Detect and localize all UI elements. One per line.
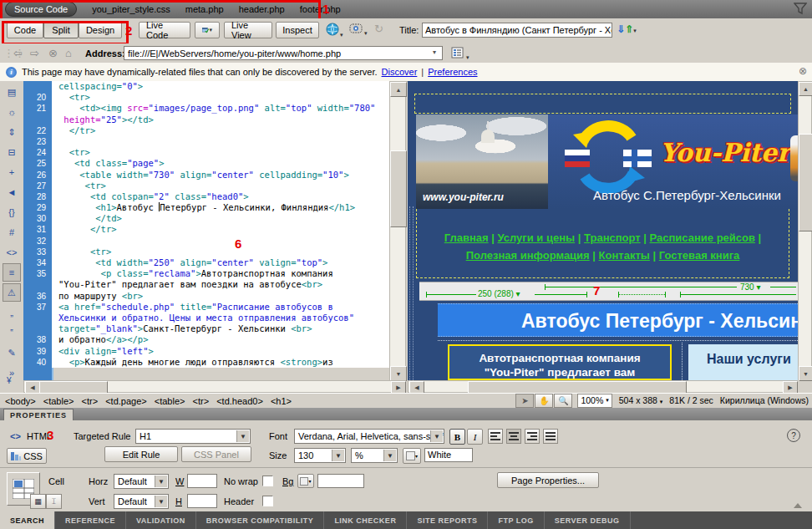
design-scroll-right-icon[interactable]: ▶ (783, 381, 798, 394)
design-view-button[interactable]: Design (79, 22, 122, 38)
filter-related-files-icon[interactable] (794, 3, 807, 15)
code-editor[interactable]: cellspacing="0">20 <tr>21 <td><img src="… (23, 81, 389, 380)
line-numbers-icon[interactable]: # (3, 223, 21, 242)
edit-rule-button[interactable]: Edit Rule (104, 446, 178, 462)
align-left-icon[interactable] (488, 429, 503, 444)
tag-selector-item[interactable]: <td.head0> (216, 396, 266, 406)
window-size-dropdown[interactable]: 504 x 388 ▾ (619, 395, 663, 405)
address-dropdown-icon[interactable]: ▾ (433, 48, 436, 56)
code-scroll-left-icon[interactable]: ◀ (25, 381, 40, 394)
related-file-tab[interactable]: meta.php (185, 4, 224, 14)
tag-selector-item[interactable]: <body> (5, 396, 38, 406)
preferences-link[interactable]: Preferences (428, 67, 477, 77)
design-scroll-left-icon[interactable]: ◀ (409, 381, 424, 394)
menu-link[interactable]: Главная (444, 231, 489, 244)
preview-in-browser-icon[interactable]: ▾ (326, 23, 343, 42)
document-title-input[interactable]: Автобус в Финляндию (Санкт Петербург - Х… (422, 23, 612, 38)
syntax-error-alerts-icon[interactable]: ⚠ (3, 283, 21, 302)
tag-selector-item[interactable]: <td.page> (105, 396, 150, 406)
cell-height-input[interactable] (187, 494, 217, 508)
code-scroll-up-icon[interactable]: ▲ (390, 82, 407, 97)
related-file-tab[interactable]: header.php (239, 4, 285, 14)
merge-cells-icon[interactable]: ▦ (30, 494, 46, 509)
menu-link[interactable]: Транспорт (584, 231, 641, 244)
menu-link[interactable]: Полезная информация (466, 249, 590, 262)
hand-tool-icon[interactable]: ✋ (535, 394, 553, 408)
bg-color-input[interactable] (317, 474, 364, 488)
tag-selector-item[interactable]: <table> (43, 396, 77, 406)
table-width-label[interactable]: 730 ▾ (738, 282, 763, 292)
file-management-icon[interactable]: ⇓⇑▾ (617, 23, 637, 38)
stop-icon[interactable]: ⊗ (48, 47, 58, 59)
address-input[interactable]: file:///E|/WebServers/home/you-piter/www… (124, 46, 443, 60)
split-cell-icon[interactable]: ⌶ (46, 494, 62, 509)
discover-link[interactable]: Discover (382, 67, 418, 77)
align-justify-icon[interactable] (543, 429, 558, 444)
code-hscroll-thumb[interactable] (39, 381, 108, 394)
visual-aids-icon[interactable]: ▾ (349, 23, 368, 40)
css-mode-button[interactable]: CSS (7, 448, 47, 464)
results-tab-validation[interactable]: VALIDATION (126, 511, 196, 529)
forward-icon[interactable]: ⇨ (30, 47, 39, 59)
results-tab-ftp-log[interactable]: FTP LOG (488, 511, 544, 529)
select-parent-tag-icon[interactable]: ◄ (3, 183, 21, 201)
highlight-invalid-code-icon[interactable]: <> (3, 243, 21, 262)
live-view-options-icon[interactable]: ▾ (451, 47, 469, 61)
code-vertical-scrollbar[interactable] (389, 81, 406, 380)
menu-link[interactable]: Услуги и цены (498, 231, 576, 244)
size-unit-dropdown[interactable]: %▼ (351, 448, 398, 463)
css-panel-button[interactable]: CSS Panel (181, 446, 251, 462)
help-icon[interactable]: ? (787, 429, 800, 442)
menu-link[interactable]: Гостевая книга (659, 249, 740, 262)
word-wrap-icon[interactable]: ≡ (3, 263, 21, 282)
refresh-design-view-icon[interactable]: ↻ (374, 23, 383, 36)
more-icon[interactable]: » (3, 364, 21, 382)
design-view[interactable]: You-Piter Автобус С.Петербург-Хельсинки … (408, 81, 798, 380)
magnification-dropdown[interactable]: 100% ▾ (577, 394, 612, 408)
bg-color-swatch[interactable]: ▾ (297, 474, 314, 488)
italic-button[interactable]: I (467, 429, 483, 445)
design-hscroll-thumb[interactable] (468, 381, 687, 394)
page-properties-button[interactable]: Page Properties... (497, 472, 599, 488)
live-code-button[interactable]: Live Code (139, 22, 190, 38)
design-scroll-down-icon[interactable]: ▼ (799, 366, 812, 381)
code-view-button[interactable]: Code (7, 22, 43, 38)
related-file-tab[interactable]: footer.php (300, 4, 341, 14)
results-tab-search[interactable]: SEARCH (0, 511, 55, 529)
remove-comment-icon[interactable]: ‟ (3, 323, 21, 342)
code-vscroll-thumb[interactable] (390, 150, 407, 227)
collapse-selection-icon[interactable]: ⊟ (3, 143, 21, 161)
live-view-button[interactable]: Live View (224, 22, 272, 38)
text-color-swatch[interactable]: ▾ (403, 448, 421, 464)
results-tab-browser-compatibility[interactable]: BROWSER COMPATIBILITY (196, 511, 325, 529)
collapse-panel-icon[interactable] (794, 503, 802, 508)
design-scroll-up-icon[interactable]: ▲ (799, 82, 812, 96)
split-view-button[interactable]: Split (43, 22, 79, 38)
align-center-icon[interactable] (506, 429, 521, 444)
menu-link[interactable]: Расписание рейсов (650, 231, 755, 244)
results-tab-site-reports[interactable]: SITE REPORTS (407, 511, 488, 529)
column-width-label[interactable]: 250 (288) ▾ (476, 289, 522, 298)
tag-selector-item[interactable]: <tr> (193, 396, 212, 406)
select-tool-icon[interactable]: ➤ (515, 394, 534, 408)
back-icon[interactable]: ⇦ (13, 47, 23, 59)
color-value-input[interactable]: White (424, 448, 473, 462)
vert-dropdown[interactable]: Default▼ (114, 494, 169, 509)
bold-button[interactable]: B (449, 429, 465, 445)
related-file-tab[interactable]: you_piter_style.css (92, 4, 170, 14)
horz-dropdown[interactable]: Default▼ (114, 474, 169, 489)
font-dropdown[interactable]: Verdana, Arial, Helvetica, sans-serif▼ (294, 429, 444, 444)
table-width-bar[interactable]: 730 ▾ 250 (288) ▾ (419, 282, 798, 301)
collapse-full-tag-icon[interactable]: ⇕ (3, 123, 21, 141)
results-tab-server-debug[interactable]: SERVER DEBUG (545, 511, 631, 529)
header-checkbox[interactable] (262, 496, 273, 506)
tag-selector-item[interactable]: <table> (155, 396, 188, 406)
code-navigator-icon[interactable]: ☼ (3, 103, 21, 121)
open-documents-icon[interactable]: ▤ (3, 83, 21, 101)
zoom-tool-icon[interactable]: 🔍 (554, 394, 572, 408)
tab-source-code[interactable]: Source Code (5, 2, 77, 17)
code-scroll-down-icon[interactable]: ▼ (390, 366, 407, 381)
check-browser-compatibility-icon[interactable]: ▾ (195, 22, 220, 38)
properties-tab[interactable]: PROPERTIES (3, 409, 74, 420)
menu-link[interactable]: Контакты (599, 249, 650, 262)
